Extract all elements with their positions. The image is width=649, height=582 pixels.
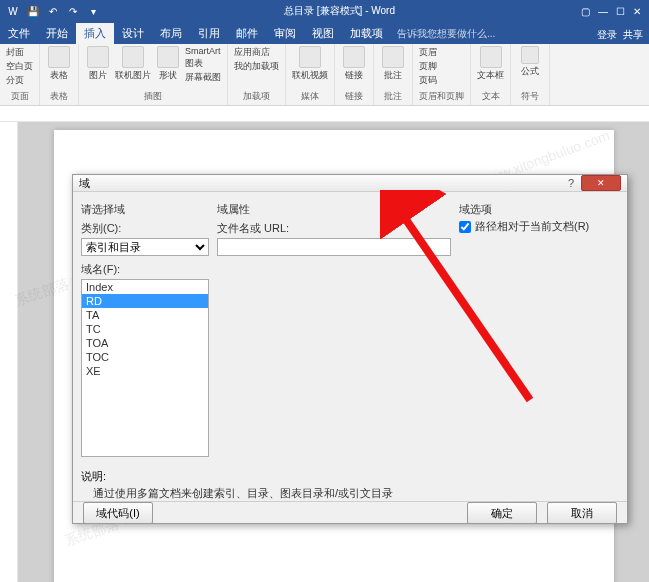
list-item[interactable]: TA (82, 308, 208, 322)
tab-layout[interactable]: 布局 (152, 23, 190, 44)
field-dialog: 域 ? ✕ 请选择域 类别(C): 索引和目录 域名(F): Index RD … (72, 174, 628, 524)
screenshot-button[interactable]: 屏幕截图 (185, 71, 221, 84)
group-label: 页眉和页脚 (419, 89, 464, 103)
group-label: 页面 (6, 89, 33, 103)
blank-page-button[interactable]: 空白页 (6, 60, 33, 73)
group-label: 批注 (380, 89, 406, 103)
smartart-button[interactable]: SmartArt (185, 46, 221, 56)
group-text: 文本框 文本 (471, 44, 511, 105)
maximize-icon[interactable]: ☐ (616, 6, 625, 17)
group-addins: 应用商店 我的加载项 加载项 (228, 44, 286, 105)
cover-page-button[interactable]: 封面 (6, 46, 33, 59)
group-label: 链接 (341, 89, 367, 103)
undo-icon[interactable]: ↶ (46, 4, 60, 18)
vertical-ruler (0, 122, 18, 582)
table-button[interactable]: 表格 (46, 46, 72, 82)
group-label: 插图 (85, 89, 221, 103)
list-item[interactable]: XE (82, 364, 208, 378)
dialog-close-icon[interactable]: ✕ (581, 175, 621, 191)
dialog-titlebar: 域 ? ✕ (73, 175, 627, 192)
tab-review[interactable]: 审阅 (266, 23, 304, 44)
tab-home[interactable]: 开始 (38, 23, 76, 44)
comment-button[interactable]: 批注 (380, 46, 406, 82)
relative-path-checkbox[interactable]: 路径相对于当前文档(R) (459, 219, 619, 234)
header-button[interactable]: 页眉 (419, 46, 464, 59)
tab-insert[interactable]: 插入 (76, 23, 114, 44)
ribbon: 封面 空白页 分页 页面 表格 表格 图片 联机图片 形状 SmartArt 图… (0, 44, 649, 106)
page-break-button[interactable]: 分页 (6, 74, 33, 87)
relative-path-label: 路径相对于当前文档(R) (475, 219, 589, 234)
group-illustrations: 图片 联机图片 形状 SmartArt 图表 屏幕截图 插图 (79, 44, 228, 105)
close-icon[interactable]: ✕ (633, 6, 641, 17)
group-media: 联机视频 媒体 (286, 44, 335, 105)
myaddins-button[interactable]: 我的加载项 (234, 60, 279, 73)
textbox-button[interactable]: 文本框 (477, 46, 504, 82)
tab-references[interactable]: 引用 (190, 23, 228, 44)
group-label: 加载项 (234, 89, 279, 103)
window-controls: ▢ — ☐ ✕ (573, 6, 649, 17)
online-pictures-button[interactable]: 联机图片 (115, 46, 151, 82)
field-props-label: 域属性 (217, 202, 451, 217)
field-listbox[interactable]: Index RD TA TC TOA TOC XE (81, 279, 209, 457)
pagenum-button[interactable]: 页码 (419, 74, 464, 87)
group-label: 表格 (46, 89, 72, 103)
list-item[interactable]: RD (82, 294, 208, 308)
ribbon-tabs: 文件 开始 插入 设计 布局 引用 邮件 审阅 视图 加载项 告诉我您想要做什么… (0, 22, 649, 44)
filename-input[interactable] (217, 238, 451, 256)
tab-mailings[interactable]: 邮件 (228, 23, 266, 44)
footer-button[interactable]: 页脚 (419, 60, 464, 73)
tab-view[interactable]: 视图 (304, 23, 342, 44)
group-label: 符号 (517, 89, 543, 103)
fieldname-label: 域名(F): (81, 262, 209, 277)
field-options-label: 域选项 (459, 202, 619, 217)
links-button[interactable]: 链接 (341, 46, 367, 82)
equation-button[interactable]: 公式 (517, 46, 543, 78)
titlebar: W 💾 ↶ ↷ ▾ 总目录 [兼容模式] - Word ▢ — ☐ ✕ (0, 0, 649, 22)
minimize-icon[interactable]: — (598, 6, 608, 17)
qat-more-icon[interactable]: ▾ (86, 4, 100, 18)
tab-file[interactable]: 文件 (0, 23, 38, 44)
group-tables: 表格 表格 (40, 44, 79, 105)
document-title: 总目录 [兼容模式] - Word (106, 4, 573, 18)
horizontal-ruler (0, 106, 649, 122)
dialog-title: 域 (79, 176, 561, 191)
group-label: 媒体 (292, 89, 328, 103)
list-item[interactable]: TOA (82, 336, 208, 350)
group-links: 链接 链接 (335, 44, 374, 105)
word-icon: W (6, 4, 20, 18)
tab-addins[interactable]: 加载项 (342, 23, 391, 44)
ok-button[interactable]: 确定 (467, 502, 537, 524)
ribbon-options-icon[interactable]: ▢ (581, 6, 590, 17)
list-item[interactable]: TC (82, 322, 208, 336)
online-video-button[interactable]: 联机视频 (292, 46, 328, 82)
group-pages: 封面 空白页 分页 页面 (0, 44, 40, 105)
description-label: 说明: (81, 469, 627, 484)
cancel-button[interactable]: 取消 (547, 502, 617, 524)
save-icon[interactable]: 💾 (26, 4, 40, 18)
store-button[interactable]: 应用商店 (234, 46, 279, 59)
tab-design[interactable]: 设计 (114, 23, 152, 44)
tell-me[interactable]: 告诉我您想要做什么... (391, 24, 501, 44)
pictures-button[interactable]: 图片 (85, 46, 111, 82)
field-codes-button[interactable]: 域代码(I) (83, 502, 153, 524)
share-button[interactable]: 共享 (623, 28, 643, 42)
filename-label: 文件名或 URL: (217, 221, 451, 236)
dialog-footer: 域代码(I) 确定 取消 (73, 501, 627, 524)
quick-access-toolbar: W 💾 ↶ ↷ ▾ (0, 4, 106, 18)
group-comments: 批注 批注 (374, 44, 413, 105)
list-item[interactable]: Index (82, 280, 208, 294)
signin-link[interactable]: 登录 (597, 28, 617, 42)
shapes-button[interactable]: 形状 (155, 46, 181, 82)
description-text: 通过使用多篇文档来创建索引、目录、图表目录和/或引文目录 (73, 486, 627, 501)
relative-path-check[interactable] (459, 221, 471, 233)
dialog-help-icon[interactable]: ? (561, 177, 581, 189)
select-field-label: 请选择域 (81, 202, 209, 217)
category-label: 类别(C): (81, 221, 209, 236)
category-select[interactable]: 索引和目录 (81, 238, 209, 256)
redo-icon[interactable]: ↷ (66, 4, 80, 18)
group-label: 文本 (477, 89, 504, 103)
list-item[interactable]: TOC (82, 350, 208, 364)
group-symbols: 公式 符号 (511, 44, 550, 105)
group-header-footer: 页眉 页脚 页码 页眉和页脚 (413, 44, 471, 105)
chart-button[interactable]: 图表 (185, 57, 221, 70)
